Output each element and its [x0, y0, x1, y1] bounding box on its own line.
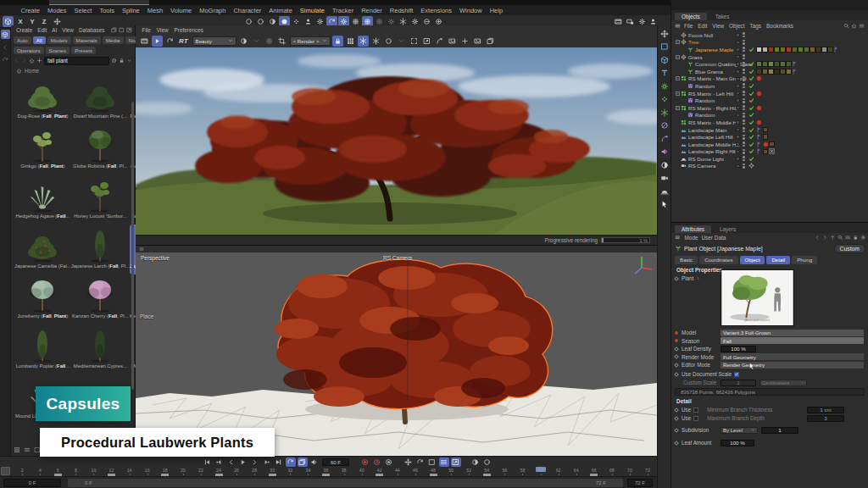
asset-item[interactable]: Hedgehog Agave (Fall...: [14, 175, 71, 225]
material-swatch[interactable]: [774, 47, 780, 53]
layer-chip[interactable]: [736, 142, 740, 147]
asset-item[interactable]: Ginkgo (Fall, Plant): [14, 125, 71, 175]
use-max-depth-checkbox[interactable]: [693, 416, 698, 421]
asset-item[interactable]: Japanese Camellia (Fal...: [14, 225, 71, 274]
object-row[interactable]: Blue Grama: [671, 68, 868, 75]
back-icon[interactable]: [815, 235, 821, 241]
filter-tab-media[interactable]: Media: [103, 36, 124, 44]
copy-button[interactable]: [485, 36, 496, 47]
slashcircle-tool-button[interactable]: [659, 120, 670, 131]
render-menu-file[interactable]: File: [139, 27, 153, 33]
snow-tool-button[interactable]: [659, 107, 670, 118]
film-button[interactable]: [139, 36, 150, 47]
asset-item[interactable]: Lombardy Poplar (Fall...: [14, 324, 71, 374]
copy-button[interactable]: [298, 458, 308, 467]
reca-button[interactable]: A: [372, 458, 382, 467]
annotation-tag-icon[interactable]: [756, 148, 762, 154]
parameter-dot[interactable]: [674, 428, 679, 433]
om-menu-edit[interactable]: Edit: [695, 23, 709, 29]
enabled-check-icon[interactable]: [748, 97, 754, 103]
menu-render[interactable]: Render: [358, 7, 387, 14]
nextkey-button[interactable]: [262, 458, 272, 467]
back-icon[interactable]: [14, 58, 19, 64]
object-row[interactable]: −Tree: [671, 39, 868, 47]
object-row[interactable]: Landscape Right Hill: [671, 148, 868, 156]
subdivision-field[interactable]: 1: [761, 427, 798, 434]
section-tab-object[interactable]: Object: [740, 256, 765, 264]
back-button[interactable]: [1, 42, 10, 52]
material-swatch[interactable]: [774, 69, 780, 75]
skipstart-button[interactable]: [203, 458, 213, 467]
render-mode-dropdown[interactable]: Full Geometry: [721, 353, 864, 360]
material-swatch[interactable]: [780, 69, 786, 75]
leaf-amount-field[interactable]: 100 %: [721, 440, 754, 446]
squareO-tool-button[interactable]: [659, 42, 670, 53]
halfmoon-tool-button[interactable]: [659, 159, 670, 170]
object-row[interactable]: Landscape Left Hill: [671, 133, 868, 141]
menu-help[interactable]: Help: [486, 7, 506, 14]
material-swatch[interactable]: [786, 61, 792, 67]
copy-icon[interactable]: [111, 27, 117, 33]
redshift-tag-icon[interactable]: [763, 141, 769, 147]
menu-icon[interactable]: [139, 247, 144, 252]
editor-mode-dropdown[interactable]: Render Geometry: [721, 362, 864, 369]
enabled-check-icon[interactable]: [748, 61, 754, 67]
speaker-button[interactable]: [309, 458, 320, 467]
object-row[interactable]: RS Matrix - Middle Hill: [671, 119, 868, 126]
menu-modes[interactable]: Modes: [44, 7, 71, 14]
annotation-tag-icon[interactable]: [756, 134, 762, 140]
current-frame-field[interactable]: 0 F: [3, 479, 61, 487]
material-swatch[interactable]: [756, 61, 762, 67]
material-swatch[interactable]: [780, 47, 786, 53]
circle-button[interactable]: [482, 458, 492, 467]
slot-dropdown[interactable]: < Render >: [290, 36, 331, 46]
plant-preview-image[interactable]: (Acer palmatum): [721, 269, 794, 326]
enabled-check-icon[interactable]: [748, 47, 754, 53]
visibility-dots[interactable]: [743, 156, 745, 161]
menu-simulate[interactable]: Simulate: [296, 7, 328, 14]
menu-create[interactable]: Create: [17, 7, 44, 14]
use-document-scale-checkbox[interactable]: [734, 372, 739, 377]
snow-button[interactable]: [370, 36, 381, 47]
asset-menu-edit[interactable]: Edit: [35, 27, 49, 33]
up-icon[interactable]: [830, 235, 836, 241]
material-swatch[interactable]: [792, 47, 798, 53]
object-row[interactable]: Random: [671, 112, 868, 119]
asset-item[interactable]: Juneberry (Fall, Plant): [14, 274, 71, 324]
plus-button[interactable]: [459, 36, 470, 47]
play-button[interactable]: [238, 458, 248, 467]
asset-item[interactable]: Honey Locust 'Sunbur...: [71, 175, 130, 225]
season-dropdown[interactable]: Fall: [721, 337, 864, 344]
parameter-dot[interactable]: [674, 408, 679, 413]
scrollbar-thumb[interactable]: [131, 102, 134, 390]
enabled-check-icon[interactable]: [748, 112, 754, 118]
model-dropdown[interactable]: Variant 3 Full-Grown: [721, 330, 864, 336]
attr-tab-attributes[interactable]: Attributes: [675, 225, 711, 233]
layer-chip[interactable]: [736, 92, 740, 96]
dots-tool-button[interactable]: [659, 94, 670, 105]
enabled-check-icon[interactable]: [748, 105, 754, 111]
squareO-icon[interactable]: [119, 27, 125, 33]
grid9-button[interactable]: [345, 36, 356, 47]
section-tab-detail[interactable]: Detail: [766, 256, 790, 264]
menu-select[interactable]: Select: [70, 7, 96, 14]
cube-tool-button[interactable]: [659, 54, 670, 65]
attr-menu-mode[interactable]: Mode: [683, 235, 700, 241]
material-swatch[interactable]: [763, 127, 769, 133]
dome-tool-button[interactable]: [659, 186, 670, 197]
cursor-tool-button[interactable]: [659, 199, 670, 210]
om-menu-view[interactable]: View: [709, 23, 726, 29]
redshift-tag-icon[interactable]: [756, 105, 762, 111]
expander-icon[interactable]: −: [675, 105, 681, 111]
visibility-dots[interactable]: [743, 105, 745, 110]
om-menu-object[interactable]: Object: [726, 23, 747, 29]
bend-tool-button[interactable]: [659, 133, 670, 144]
layer-chip[interactable]: [736, 150, 740, 154]
expander-icon[interactable]: −: [675, 91, 681, 97]
parameter-dot[interactable]: [674, 347, 679, 352]
layer-chip[interactable]: [736, 47, 740, 52]
layer-chip[interactable]: [736, 157, 740, 161]
rec-button[interactable]: [360, 458, 370, 467]
object-row[interactable]: Random: [671, 82, 868, 90]
visibility-dots[interactable]: [743, 135, 745, 140]
